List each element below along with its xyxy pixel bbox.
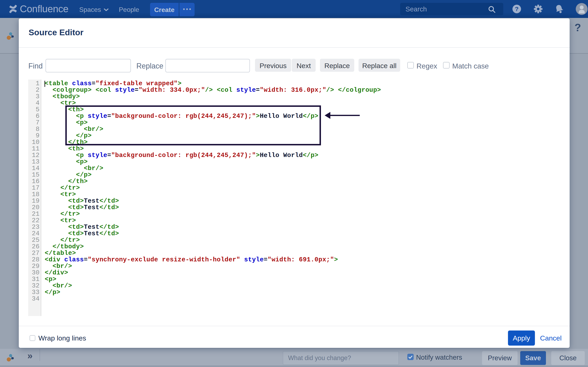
svg-text:?: ? xyxy=(515,6,519,12)
